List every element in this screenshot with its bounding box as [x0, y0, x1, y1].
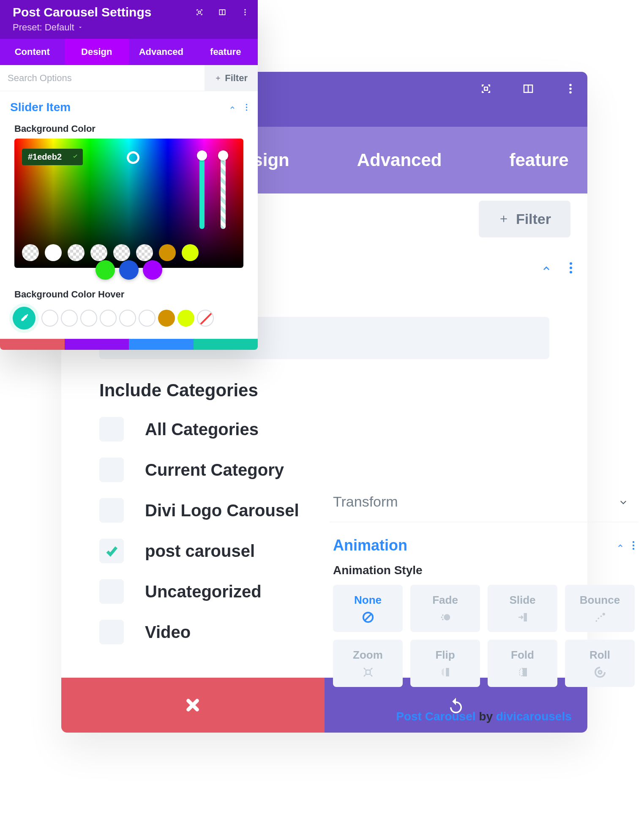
- svg-rect-21: [366, 670, 370, 674]
- tab-content[interactable]: Content: [0, 39, 65, 65]
- tab-featured[interactable]: feature: [194, 39, 258, 65]
- swatch-transparent[interactable]: [136, 244, 153, 261]
- opacity-slider[interactable]: [199, 153, 205, 229]
- footer-seg-2[interactable]: [65, 339, 129, 350]
- checkbox[interactable]: [99, 417, 124, 442]
- swatch[interactable]: [177, 310, 194, 327]
- animation-roll[interactable]: Roll: [565, 640, 635, 687]
- animation-none[interactable]: None: [333, 585, 403, 632]
- expand-icon[interactable]: [195, 8, 204, 16]
- swatch[interactable]: [158, 310, 175, 327]
- swatch-transparent[interactable]: [90, 244, 107, 261]
- svg-line-11: [365, 614, 371, 620]
- credit-product-link[interactable]: Post Carousel: [396, 710, 475, 723]
- fade-icon: [439, 611, 452, 624]
- color-cursor[interactable]: [127, 151, 139, 164]
- none-icon: [362, 611, 374, 624]
- swatch-empty[interactable]: [119, 310, 136, 327]
- color-picker[interactable]: #1edeb2: [14, 139, 243, 268]
- svg-point-24: [598, 670, 602, 674]
- category-label: Video: [145, 623, 191, 642]
- footer-seg-4[interactable]: [194, 339, 258, 350]
- svg-point-1: [569, 84, 572, 87]
- swatch-transparent[interactable]: [113, 244, 130, 261]
- fp-header-icons: [195, 8, 249, 16]
- svg-point-29: [246, 104, 247, 105]
- slider-handle[interactable]: [218, 150, 228, 161]
- checkbox[interactable]: [99, 458, 124, 482]
- tab-advanced[interactable]: Advanced: [357, 150, 442, 170]
- columns-icon[interactable]: [218, 8, 226, 16]
- swatch[interactable]: [119, 260, 139, 280]
- preset-dropdown[interactable]: Preset: Default: [13, 19, 249, 33]
- animation-fold[interactable]: Fold: [488, 640, 557, 687]
- swatch-empty[interactable]: [139, 310, 156, 327]
- tab-design[interactable]: Design: [65, 39, 129, 65]
- columns-icon[interactable]: [522, 82, 535, 95]
- filter-button[interactable]: Filter: [479, 201, 570, 237]
- swatch-transparent[interactable]: [68, 244, 85, 261]
- category-row[interactable]: All Categories: [99, 409, 587, 450]
- more-icon[interactable]: [632, 541, 635, 550]
- footer-seg-1[interactable]: [0, 339, 65, 350]
- swatch-empty[interactable]: [80, 310, 97, 327]
- swatch[interactable]: [182, 244, 199, 261]
- footer-seg-3[interactable]: [129, 339, 194, 350]
- tab-advanced[interactable]: Advanced: [129, 39, 194, 65]
- expand-icon[interactable]: [480, 82, 492, 95]
- alpha-slider[interactable]: [221, 153, 226, 229]
- caret-down-icon: [78, 25, 83, 30]
- svg-point-14: [441, 616, 442, 618]
- swatch-row: [22, 244, 236, 261]
- eyedropper-icon: [19, 313, 30, 324]
- slider-item-section[interactable]: Slider Item: [0, 91, 258, 123]
- checkbox[interactable]: [99, 498, 124, 523]
- swatch[interactable]: [45, 244, 62, 261]
- category-label: Divi Logo Carousel: [145, 501, 299, 520]
- svg-point-18: [598, 617, 599, 619]
- more-icon[interactable]: [246, 104, 248, 111]
- animation-header-icons: [616, 541, 635, 550]
- checkbox-checked[interactable]: [99, 539, 124, 563]
- swatch-empty[interactable]: [100, 310, 117, 327]
- hex-confirm[interactable]: [72, 152, 79, 162]
- animation-flip[interactable]: Flip: [410, 640, 480, 687]
- chevron-up-icon[interactable]: [540, 262, 552, 274]
- plus-icon: [498, 213, 509, 224]
- swatch-transparent[interactable]: [22, 244, 39, 261]
- tab-featured[interactable]: feature: [509, 150, 568, 170]
- slider-handle[interactable]: [197, 150, 207, 161]
- more-icon[interactable]: [241, 8, 249, 16]
- chevron-up-icon[interactable]: [229, 104, 236, 111]
- animation-zoom[interactable]: Zoom: [333, 640, 403, 687]
- more-icon[interactable]: [569, 262, 573, 274]
- swatch[interactable]: [96, 260, 115, 280]
- fp-title: Post Carousel Settings: [13, 5, 151, 19]
- checkbox[interactable]: [99, 620, 124, 644]
- filter-label: Filter: [516, 211, 551, 227]
- animation-header[interactable]: Animation: [330, 522, 638, 562]
- swatch-empty[interactable]: [61, 310, 78, 327]
- animation-bounce[interactable]: Bounce: [565, 585, 635, 632]
- eyedropper-button[interactable]: [13, 307, 35, 330]
- svg-point-30: [246, 106, 247, 108]
- search-input[interactable]: Search Options: [0, 73, 205, 84]
- transform-section[interactable]: Transform: [330, 482, 638, 522]
- cancel-button[interactable]: [61, 678, 325, 733]
- animation-slide[interactable]: Slide: [488, 585, 557, 632]
- credit-author-link[interactable]: divicarousels: [496, 710, 572, 723]
- more-icon[interactable]: [564, 82, 577, 95]
- hex-input[interactable]: #1edeb2: [22, 149, 83, 165]
- svg-point-7: [633, 541, 634, 543]
- swatch[interactable]: [159, 244, 176, 261]
- filter-button[interactable]: Filter: [205, 65, 258, 91]
- transform-label: Transform: [333, 493, 398, 510]
- animation-fade[interactable]: Fade: [410, 585, 480, 632]
- swatch-none[interactable]: [197, 310, 214, 327]
- swatch-empty[interactable]: [41, 310, 58, 327]
- chevron-up-icon[interactable]: [616, 541, 625, 550]
- svg-point-19: [600, 615, 602, 617]
- swatch[interactable]: [143, 260, 162, 280]
- preset-label: Preset: Default: [13, 22, 74, 33]
- checkbox[interactable]: [99, 579, 124, 604]
